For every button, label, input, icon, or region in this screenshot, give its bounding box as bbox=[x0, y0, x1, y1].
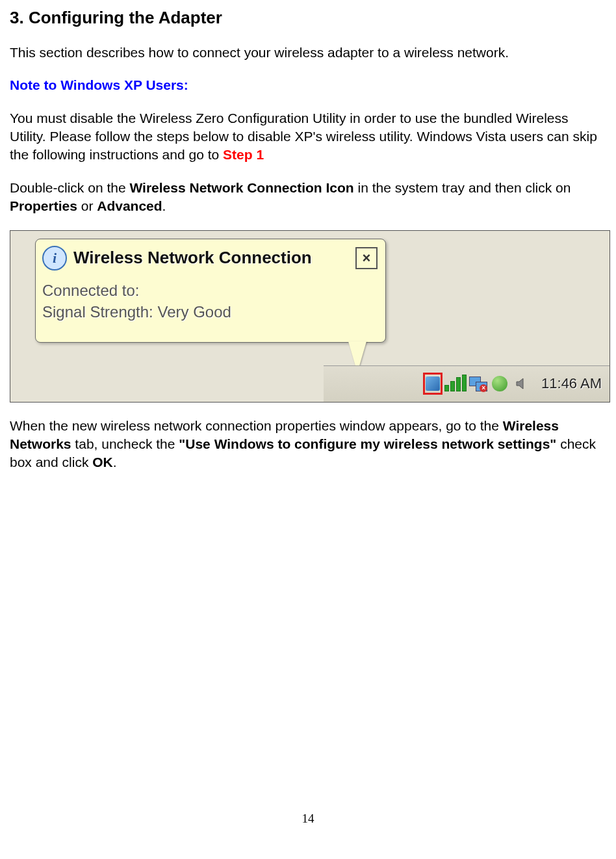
volume-icon[interactable] bbox=[513, 375, 531, 393]
balloon-line-connected: Connected to: bbox=[42, 280, 378, 302]
bold-advanced: Advanced bbox=[97, 198, 162, 213]
system-clock[interactable]: 11:46 AM bbox=[541, 374, 602, 393]
text-span: . bbox=[113, 455, 117, 469]
bold-ok: OK bbox=[92, 455, 113, 469]
signal-bars-icon[interactable] bbox=[446, 375, 465, 393]
text-span: You must disable the Wireless Zero Confi… bbox=[10, 111, 597, 163]
text-span: Double-click on the bbox=[10, 180, 129, 195]
text-span: When the new wireless network connection… bbox=[10, 418, 503, 433]
system-tray: × 11:46 AM bbox=[324, 365, 610, 402]
page-number: 14 bbox=[10, 810, 606, 827]
section-heading: 3. Configuring the Adapter bbox=[10, 7, 606, 29]
text-span: in the system tray and then click on bbox=[354, 180, 571, 195]
tray-wireless-icon-highlighted[interactable] bbox=[423, 373, 443, 395]
green-circle-icon[interactable] bbox=[491, 375, 509, 393]
paragraph-disable-utility: You must disable the Wireless Zero Confi… bbox=[10, 109, 606, 165]
bold-properties: Properties bbox=[10, 198, 77, 213]
balloon-line-signal: Signal Strength: Very Good bbox=[42, 301, 378, 323]
notification-balloon[interactable]: i Wireless Network Connection × Connecte… bbox=[35, 239, 386, 343]
balloon-header: i Wireless Network Connection × bbox=[42, 244, 378, 272]
intro-paragraph: This section describes how to connect yo… bbox=[10, 44, 606, 62]
wireless-connection-icon[interactable] bbox=[426, 377, 440, 391]
text-span: or bbox=[77, 198, 97, 213]
text-span: tab, uncheck the bbox=[71, 436, 179, 451]
bold-use-windows-checkbox-label: "Use Windows to configure my wireless ne… bbox=[179, 436, 556, 451]
screenshot-tray-balloon: i Wireless Network Connection × Connecte… bbox=[10, 230, 610, 403]
note-xp-header: Note to Windows XP Users: bbox=[10, 76, 606, 94]
bold-wnc-icon: Wireless Network Connection Icon bbox=[129, 180, 353, 195]
document-page: 3. Configuring the Adapter This section … bbox=[0, 0, 616, 852]
balloon-title: Wireless Network Connection bbox=[73, 246, 355, 269]
balloon-body: Connected to: Signal Strength: Very Good bbox=[42, 280, 378, 323]
info-icon: i bbox=[42, 246, 67, 271]
network-disconnected-icon[interactable]: × bbox=[468, 375, 487, 393]
paragraph-uncheck: When the new wireless network connection… bbox=[10, 417, 606, 472]
paragraph-double-click: Double-click on the Wireless Network Con… bbox=[10, 179, 606, 216]
balloon-close-button[interactable]: × bbox=[355, 247, 378, 269]
step1-label: Step 1 bbox=[223, 147, 264, 162]
text-span: . bbox=[162, 198, 166, 213]
